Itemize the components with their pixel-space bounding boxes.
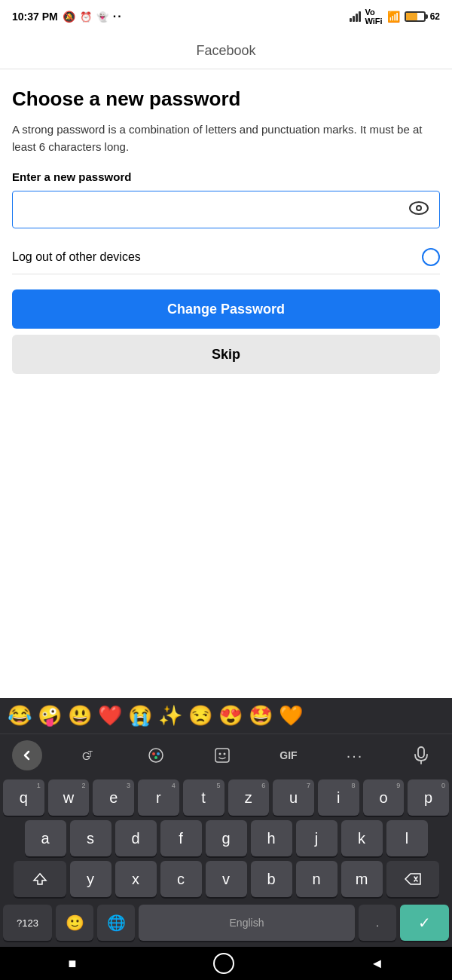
status-right: VoWiFi 📶 62 [350,8,440,26]
palette-icon[interactable] [137,742,175,769]
emoji-star-struck[interactable]: 🤩 [249,704,273,727]
key-enter[interactable]: ✓ [400,905,449,941]
key-q[interactable]: q1 [3,779,44,816]
signal-icon [350,11,361,22]
emoji-heart-eyes[interactable]: 😍 [218,704,243,727]
sticker-icon[interactable] [203,742,241,769]
clock-icon: ⏰ [80,11,92,23]
key-row-3: y x c v b n m [3,861,449,897]
key-h[interactable]: h [251,820,292,856]
emoji-brown-heart[interactable]: 🧡 [279,704,303,727]
key-r[interactable]: r4 [138,779,179,816]
key-e[interactable]: e3 [93,779,134,816]
key-backspace[interactable] [386,861,439,897]
keys-area: q1 w2 e3 r4 t5 z6 u7 i8 o9 p0 a s d f g … [0,776,452,897]
key-u[interactable]: u7 [273,779,314,816]
svg-point-8 [154,756,157,759]
field-label: Enter a new password [12,170,440,183]
battery-indicator [405,11,426,22]
dots-icon: ·· [113,10,123,23]
vo-wifi-icon: VoWiFi [365,8,383,26]
key-z[interactable]: z6 [228,779,270,816]
key-d[interactable]: d [115,820,157,856]
key-n[interactable]: n [296,861,337,897]
keyboard-back-button[interactable] [12,740,42,770]
header: Facebook [0,33,452,69]
snapchat-icon: 👻 [96,11,108,23]
wifi-icon: 📶 [387,11,400,23]
key-globe[interactable]: 🌐 [97,905,135,941]
logout-radio[interactable] [422,248,440,266]
key-w[interactable]: w2 [48,779,90,816]
svg-rect-12 [418,747,424,758]
key-num-toggle[interactable]: ?123 [3,905,52,941]
battery-fill [406,13,417,20]
key-j[interactable]: j [296,820,337,856]
keyboard: 😂 🤪 😃 ❤️ 😭 ✨ 😒 😍 🤩 🧡 G T [0,698,452,947]
svg-point-5 [149,749,163,762]
status-bar: 10:37 PM 🔕 ⏰ 👻 ·· VoWiFi 📶 62 [0,0,452,33]
key-x[interactable]: x [115,861,157,897]
key-emoji-toggle[interactable]: 🙂 [56,905,93,941]
emoji-grin[interactable]: 😃 [68,704,92,727]
key-l[interactable]: l [386,820,428,856]
key-c[interactable]: c [160,861,202,897]
nav-circle-icon[interactable] [213,953,234,974]
svg-point-10 [219,753,221,755]
time-display: 10:37 PM [12,11,58,23]
nav-bar: ■ ◄ [0,947,452,980]
change-password-button[interactable]: Change Password [12,289,440,329]
alarm-icon: 🔕 [63,11,75,23]
microphone-icon[interactable] [402,742,440,769]
key-a[interactable]: a [25,820,66,856]
svg-text:T: T [88,750,93,758]
skip-button[interactable]: Skip [12,335,440,374]
logout-row: Log out of other devices [12,240,440,274]
emoji-tongue[interactable]: 🤪 [38,704,62,727]
emoji-unamused[interactable]: 😒 [188,704,212,727]
emoji-sparkle[interactable]: ✨ [158,704,182,727]
key-m[interactable]: m [341,861,383,897]
emoji-laugh[interactable]: 😂 [8,704,32,727]
key-row-1: q1 w2 e3 r4 t5 z6 u7 i8 o9 p0 [3,779,449,816]
gif-button[interactable]: GIF [270,742,307,769]
svg-point-7 [157,752,160,755]
key-p[interactable]: p0 [408,779,449,816]
description-text: A strong password is a combination of le… [12,121,440,155]
key-period[interactable]: . [359,905,396,941]
key-shift[interactable] [14,861,66,897]
translate-icon[interactable]: G T [71,742,108,769]
emoji-row: 😂 🤪 😃 ❤️ 😭 ✨ 😒 😍 🤩 🧡 [0,698,452,734]
emoji-heart[interactable]: ❤️ [98,704,122,727]
key-o[interactable]: o9 [363,779,405,816]
bottom-key-row: ?123 🙂 🌐 English . ✓ [0,902,452,947]
password-input-wrapper [12,191,440,228]
key-space[interactable]: English [139,905,355,941]
page-title: Choose a new password [12,87,440,111]
svg-point-6 [152,752,155,755]
main-content: Choose a new password A strong password … [0,69,452,386]
header-title: Facebook [196,43,255,59]
key-g[interactable]: g [206,820,247,856]
toolbar-row: G T GIF ··· [0,734,452,776]
key-t[interactable]: t5 [183,779,224,816]
more-options-button[interactable]: ··· [336,742,374,769]
password-input[interactable] [13,191,439,228]
key-s[interactable]: s [70,820,111,856]
key-row-2: a s d f g h j k l [3,820,449,856]
eye-icon[interactable] [409,201,429,218]
nav-back-icon[interactable]: ◄ [371,956,384,972]
nav-home-icon[interactable]: ■ [69,956,77,972]
svg-point-2 [417,207,420,210]
key-v[interactable]: v [206,861,247,897]
battery-percent: 62 [430,11,440,22]
emoji-cry[interactable]: 😭 [128,704,152,727]
battery-tip [426,14,428,19]
key-y[interactable]: y [70,861,111,897]
logout-label: Log out of other devices [12,250,141,264]
key-k[interactable]: k [341,820,383,856]
key-f[interactable]: f [160,820,202,856]
key-b[interactable]: b [251,861,292,897]
key-i[interactable]: i8 [318,779,359,816]
svg-rect-9 [215,749,229,762]
